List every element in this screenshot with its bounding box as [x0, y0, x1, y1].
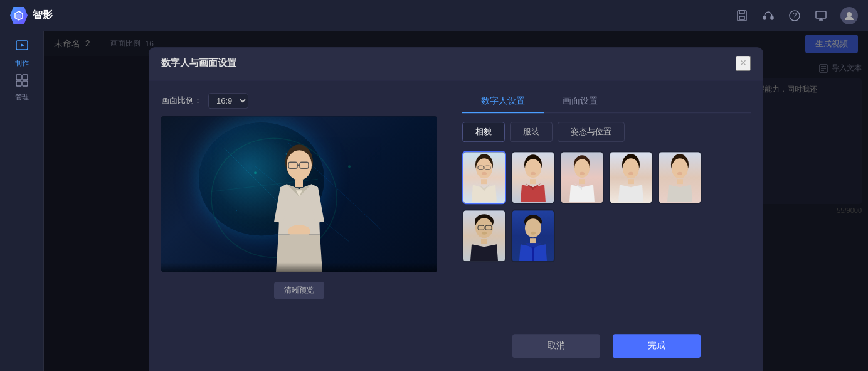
- svg-point-39: [482, 172, 487, 175]
- svg-rect-4: [739, 16, 744, 19]
- svg-point-43: [531, 172, 536, 175]
- sidebar-item-manage[interactable]: 管理: [3, 72, 41, 103]
- svg-rect-6: [771, 16, 773, 19]
- modal-close-button[interactable]: ×: [736, 56, 751, 71]
- tab-screen[interactable]: 画面设置: [544, 90, 617, 113]
- svg-marker-14: [21, 43, 24, 47]
- aspect-ratio-label: 画面比例：: [161, 95, 202, 106]
- svg-point-47: [580, 172, 585, 175]
- settings-panel: 数字人设置 画面设置 相貌 服装 姿态与位置: [450, 80, 763, 371]
- avatar-face-3: [561, 152, 603, 203]
- avatar-row-2: [462, 209, 751, 262]
- svg-rect-3: [739, 11, 744, 14]
- avatar-face-1: [463, 152, 505, 203]
- main-layout: 制作 管理 未命名_2 画面比例 16 生成视频: [0, 31, 868, 371]
- svg-point-54: [672, 158, 688, 178]
- avatar-face-5: [659, 152, 701, 203]
- sidebar-item-produce[interactable]: 制作: [3, 38, 41, 69]
- svg-point-61: [482, 232, 487, 235]
- svg-rect-48: [579, 179, 585, 184]
- svg-point-55: [677, 172, 682, 175]
- sub-tab-face[interactable]: 相貌: [462, 122, 505, 142]
- svg-rect-16: [23, 75, 28, 80]
- save-icon[interactable]: [735, 9, 749, 23]
- video-preview-inner: [161, 116, 437, 272]
- produce-icon: [15, 40, 29, 56]
- user-avatar[interactable]: [840, 7, 858, 24]
- svg-point-25: [236, 210, 237, 211]
- svg-point-12: [847, 12, 852, 17]
- avatar-card-1[interactable]: [462, 151, 506, 204]
- sidebar-produce-label: 制作: [15, 58, 29, 68]
- svg-rect-33: [295, 180, 303, 187]
- svg-point-23: [254, 171, 257, 174]
- svg-point-36: [476, 158, 492, 178]
- aspect-ratio-select[interactable]: 16:9 9:16 1:1: [208, 93, 248, 109]
- help-icon[interactable]: ?: [788, 9, 802, 23]
- headphone-icon[interactable]: [761, 9, 775, 23]
- svg-rect-18: [23, 81, 28, 86]
- settings-spacer: [462, 271, 751, 318]
- video-preview: [161, 116, 437, 272]
- avatar-grid: [462, 151, 751, 262]
- svg-rect-52: [628, 179, 634, 184]
- preview-mode-button[interactable]: 清晰预览: [274, 282, 324, 299]
- avatar-card-7[interactable]: [511, 209, 555, 262]
- svg-rect-40: [481, 179, 487, 184]
- content-area: 未命名_2 画面比例 16 生成视频 数字人与画面设置 × 画面比例：: [44, 31, 868, 371]
- svg-point-50: [623, 158, 639, 178]
- avatar-card-2[interactable]: [511, 151, 555, 204]
- confirm-button[interactable]: 完成: [613, 334, 701, 358]
- preview-mode-area: 清晰预览: [161, 282, 437, 299]
- logo-icon: [10, 7, 28, 24]
- svg-rect-5: [763, 16, 766, 19]
- svg-point-65: [531, 232, 536, 235]
- modal-title: 数字人与画面设置: [161, 57, 236, 69]
- avatar-card-6[interactable]: [462, 209, 506, 262]
- avatar-row-1: [462, 151, 751, 204]
- sub-tabs: 相貌 服装 姿态与位置: [462, 122, 751, 142]
- svg-rect-62: [481, 239, 487, 244]
- modal-body: 画面比例： 16:9 9:16 1:1: [149, 80, 763, 371]
- sidebar: 制作 管理: [0, 31, 44, 371]
- aspect-ratio-row: 画面比例： 16:9 9:16 1:1: [161, 93, 437, 109]
- svg-text:?: ?: [793, 11, 797, 20]
- logo: 智影: [10, 7, 53, 24]
- sub-tab-outfit[interactable]: 服装: [510, 122, 553, 142]
- tab-digital-human[interactable]: 数字人设置: [462, 90, 544, 113]
- modal-header: 数字人与画面设置 ×: [149, 47, 763, 80]
- avatar-face-2: [512, 152, 554, 203]
- svg-point-26: [348, 165, 351, 168]
- svg-point-51: [628, 172, 633, 175]
- avatar-card-5[interactable]: [658, 151, 702, 204]
- topbar: 智影 ?: [0, 0, 868, 31]
- svg-rect-56: [677, 179, 683, 184]
- app-name: 智影: [33, 9, 53, 22]
- avatar-card-3[interactable]: [560, 151, 604, 204]
- svg-rect-17: [16, 81, 21, 86]
- avatar-face-4: [610, 152, 652, 203]
- svg-marker-1: [16, 13, 21, 19]
- sub-tab-pose[interactable]: 姿态与位置: [558, 122, 625, 142]
- modal-dialog: 数字人与画面设置 × 画面比例： 16:9 9:16 1:1: [149, 47, 763, 371]
- preview-panel: 画面比例： 16:9 9:16 1:1: [149, 80, 450, 371]
- cancel-button[interactable]: 取消: [512, 334, 600, 358]
- svg-rect-44: [530, 179, 536, 184]
- svg-rect-15: [16, 75, 21, 80]
- svg-rect-66: [530, 238, 536, 243]
- preview-bottom-overlay: [161, 262, 437, 272]
- svg-rect-9: [816, 11, 826, 18]
- avatar-face-6: [463, 210, 505, 261]
- modal-footer: 取消 完成: [462, 326, 751, 365]
- avatar-card-4[interactable]: [609, 151, 653, 204]
- manage-icon: [15, 73, 29, 90]
- monitor-icon[interactable]: [814, 9, 828, 23]
- sidebar-manage-label: 管理: [15, 92, 29, 102]
- settings-tabs: 数字人设置 画面设置: [462, 90, 751, 113]
- avatar-face-7: [512, 210, 554, 261]
- topbar-actions: ?: [735, 7, 858, 24]
